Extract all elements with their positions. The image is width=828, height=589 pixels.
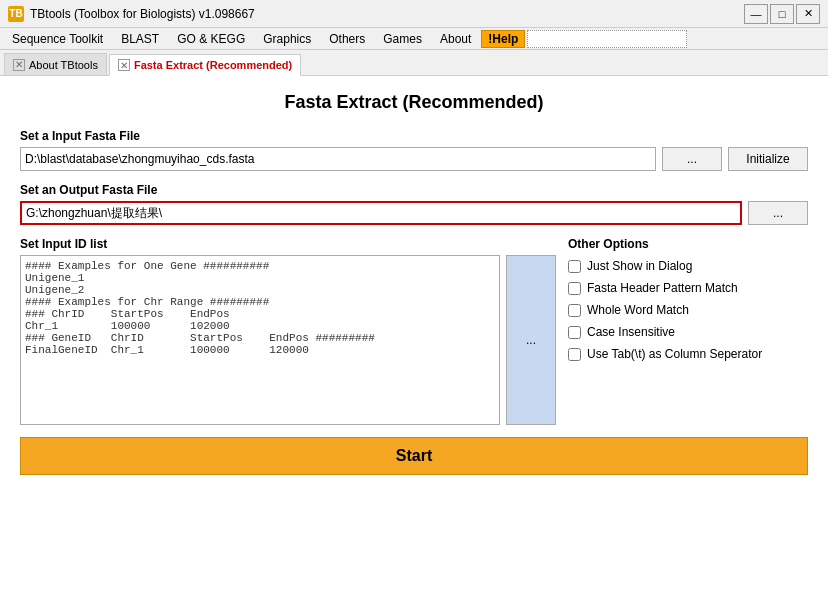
tab-about-tbtools[interactable]: ✕ About TBtools bbox=[4, 53, 107, 75]
checkbox-fasta-header: Fasta Header Pattern Match bbox=[568, 281, 808, 295]
title-bar-controls: — □ ✕ bbox=[744, 4, 820, 24]
menu-games[interactable]: Games bbox=[375, 30, 430, 48]
output-fasta-row: ... bbox=[20, 201, 808, 225]
input-fasta-row: ... Initialize bbox=[20, 147, 808, 171]
id-list-wrapper: ... bbox=[20, 255, 556, 425]
title-bar-left: TB TBtools (Toolbox for Biologists) v1.0… bbox=[8, 6, 255, 22]
page-title: Fasta Extract (Recommended) bbox=[20, 92, 808, 113]
menu-bar: Sequence Toolkit BLAST GO & KEGG Graphic… bbox=[0, 28, 828, 50]
input-fasta-field[interactable] bbox=[20, 147, 656, 171]
close-button[interactable]: ✕ bbox=[796, 4, 820, 24]
two-col-section: Set Input ID list ... Other Options Just… bbox=[20, 237, 808, 425]
case-insensitive-checkbox[interactable] bbox=[568, 326, 581, 339]
input-fasta-browse-button[interactable]: ... bbox=[662, 147, 722, 171]
input-fasta-label: Set a Input Fasta File bbox=[20, 129, 808, 143]
use-tab-label: Use Tab(\t) as Column Seperator bbox=[587, 347, 762, 361]
help-button[interactable]: !Help bbox=[481, 30, 525, 48]
app-icon: TB bbox=[8, 6, 24, 22]
id-list-textarea[interactable] bbox=[20, 255, 500, 425]
start-button[interactable]: Start bbox=[20, 437, 808, 475]
checkbox-just-show: Just Show in Dialog bbox=[568, 259, 808, 273]
app-title: TBtools (Toolbox for Biologists) v1.0986… bbox=[30, 7, 255, 21]
tab-close-fasta[interactable]: ✕ bbox=[118, 59, 130, 71]
maximize-button[interactable]: □ bbox=[770, 4, 794, 24]
tab-bar: ✕ About TBtools ✕ Fasta Extract (Recomme… bbox=[0, 50, 828, 76]
start-btn-wrapper: Start bbox=[20, 437, 808, 475]
title-bar: TB TBtools (Toolbox for Biologists) v1.0… bbox=[0, 0, 828, 28]
menu-go-kegg[interactable]: GO & KEGG bbox=[169, 30, 253, 48]
id-list-label: Set Input ID list bbox=[20, 237, 556, 251]
just-show-checkbox[interactable] bbox=[568, 260, 581, 273]
output-fasta-browse-button[interactable]: ... bbox=[748, 201, 808, 225]
menu-about[interactable]: About bbox=[432, 30, 479, 48]
output-fasta-label: Set an Output Fasta File bbox=[20, 183, 808, 197]
id-list-section: Set Input ID list ... bbox=[20, 237, 556, 425]
whole-word-label: Whole Word Match bbox=[587, 303, 689, 317]
initialize-button[interactable]: Initialize bbox=[728, 147, 808, 171]
id-list-browse-button[interactable]: ... bbox=[506, 255, 556, 425]
other-options-label: Other Options bbox=[568, 237, 808, 251]
search-input[interactable] bbox=[527, 30, 687, 48]
tab-fasta-extract[interactable]: ✕ Fasta Extract (Recommended) bbox=[109, 54, 301, 76]
tab-label-about: About TBtools bbox=[29, 59, 98, 71]
case-insensitive-label: Case Insensitive bbox=[587, 325, 675, 339]
menu-others[interactable]: Others bbox=[321, 30, 373, 48]
other-options-section: Other Options Just Show in Dialog Fasta … bbox=[568, 237, 808, 425]
main-content: Fasta Extract (Recommended) Set a Input … bbox=[0, 76, 828, 589]
tab-label-fasta: Fasta Extract (Recommended) bbox=[134, 59, 292, 71]
whole-word-checkbox[interactable] bbox=[568, 304, 581, 317]
menu-graphics[interactable]: Graphics bbox=[255, 30, 319, 48]
just-show-label: Just Show in Dialog bbox=[587, 259, 692, 273]
fasta-header-label: Fasta Header Pattern Match bbox=[587, 281, 738, 295]
checkbox-use-tab: Use Tab(\t) as Column Seperator bbox=[568, 347, 808, 361]
tab-close-about[interactable]: ✕ bbox=[13, 59, 25, 71]
checkbox-case-insensitive: Case Insensitive bbox=[568, 325, 808, 339]
menu-blast[interactable]: BLAST bbox=[113, 30, 167, 48]
minimize-button[interactable]: — bbox=[744, 4, 768, 24]
checkbox-whole-word: Whole Word Match bbox=[568, 303, 808, 317]
fasta-header-checkbox[interactable] bbox=[568, 282, 581, 295]
use-tab-checkbox[interactable] bbox=[568, 348, 581, 361]
menu-sequence-toolkit[interactable]: Sequence Toolkit bbox=[4, 30, 111, 48]
output-fasta-field[interactable] bbox=[20, 201, 742, 225]
